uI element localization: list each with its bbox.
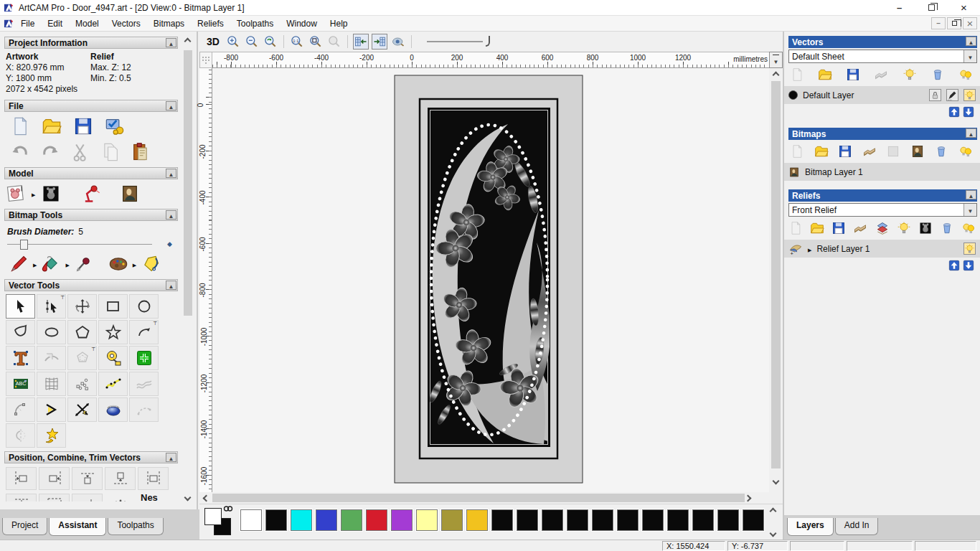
weave-tool[interactable]: [98, 397, 128, 422]
palette-swatch-5[interactable]: [366, 509, 387, 531]
align-left-button[interactable]: [6, 467, 37, 490]
centre-in-page-button[interactable]: [39, 494, 70, 501]
toggle-3d-view-button[interactable]: 3D: [204, 35, 222, 48]
new-vector-layer-icon[interactable]: [790, 67, 804, 82]
open-icon[interactable]: [818, 67, 832, 82]
blank-layer-icon[interactable]: [886, 144, 900, 159]
fit-curve-tool[interactable]: [98, 372, 128, 396]
dashed-curve-tool[interactable]: [129, 397, 159, 422]
palette-scroll-up-icon[interactable]: [769, 508, 776, 515]
bitmaps-header[interactable]: Bitmaps: [788, 128, 977, 140]
view-colour-button[interactable]: [390, 34, 406, 50]
node-edit-tool[interactable]: ⊤: [37, 294, 66, 319]
expand-icon[interactable]: [808, 244, 811, 254]
align-bottom-button[interactable]: [105, 467, 136, 490]
offset-tool[interactable]: ⊤: [67, 346, 97, 370]
text-tool[interactable]: [6, 346, 35, 370]
palette-swatch-9[interactable]: [466, 509, 488, 531]
palette-swatch-7[interactable]: [416, 509, 438, 531]
primary-secondary-colour-selector[interactable]: [204, 508, 237, 537]
collapse-button[interactable]: [166, 453, 176, 462]
layer-visibility-button[interactable]: [963, 89, 976, 101]
snap-right-button[interactable]: [372, 34, 387, 50]
palette-icon[interactable]: [108, 254, 128, 274]
section-model[interactable]: Model: [4, 167, 178, 179]
scroll-right-icon[interactable]: [745, 494, 752, 501]
paint-brush-icon[interactable]: [9, 254, 29, 274]
scroll-down-icon[interactable]: [773, 478, 780, 485]
collapse-button[interactable]: [966, 190, 976, 199]
toggle-visibility-icon[interactable]: [903, 67, 917, 82]
adjust-model-icon[interactable]: [41, 184, 61, 204]
palette-swatch-4[interactable]: [341, 509, 362, 531]
palette-swatch-15[interactable]: [617, 509, 639, 531]
open-icon[interactable]: [814, 144, 829, 159]
vector-layer-row[interactable]: Default Layer: [784, 86, 980, 104]
scroll-left-icon[interactable]: [203, 494, 210, 501]
restore-button[interactable]: [915, 0, 948, 15]
scroll-down-icon[interactable]: [184, 494, 192, 501]
move-layer-down-icon[interactable]: [963, 106, 974, 118]
flyout-arrow-icon[interactable]: [33, 259, 37, 269]
brush-diameter-slider[interactable]: ◆: [7, 240, 172, 250]
section-file[interactable]: File: [4, 100, 178, 112]
collapse-button[interactable]: [166, 281, 176, 290]
stack-layers-icon[interactable]: [875, 221, 890, 235]
scrollbar-thumb[interactable]: [771, 81, 781, 468]
nesting-tool[interactable]: Nes: [138, 492, 158, 501]
vertical-scrollbar[interactable]: [769, 68, 783, 492]
menu-item-bitmaps[interactable]: Bitmaps: [147, 17, 191, 30]
section-position-combine-trim[interactable]: Position, Combine, Trim Vectors: [4, 451, 178, 463]
palette-swatch-0[interactable]: [240, 509, 262, 531]
close-button[interactable]: [948, 0, 980, 15]
merge-layers-icon[interactable]: [853, 221, 867, 235]
greyscale-preview-icon[interactable]: [918, 221, 933, 235]
palette-swatch-3[interactable]: [316, 509, 337, 531]
cut-icon[interactable]: [70, 142, 90, 162]
slider-handle[interactable]: [486, 36, 490, 47]
layer-name[interactable]: Default Layer: [803, 90, 854, 100]
palette-swatch-2[interactable]: [291, 509, 312, 531]
set-model-size-icon[interactable]: [6, 184, 26, 204]
lock-layer-button[interactable]: [929, 89, 941, 101]
scroll-up-icon[interactable]: [184, 38, 192, 45]
bitmap-layer-row[interactable]: Bitmap Layer 1: [784, 163, 980, 181]
text-panel-tool[interactable]: ABC: [6, 372, 35, 396]
bisector-tool[interactable]: [37, 397, 66, 422]
dropdown-button[interactable]: [963, 50, 976, 62]
horizontal-scrollbar[interactable]: [199, 492, 769, 504]
collapse-button[interactable]: [966, 37, 976, 46]
star-tool[interactable]: [98, 320, 128, 344]
flyout-arrow-icon[interactable]: [133, 259, 136, 269]
vectors-header[interactable]: Vectors: [788, 36, 977, 48]
tab-add-in[interactable]: Add In: [835, 518, 879, 535]
align-right-button[interactable]: [39, 467, 70, 490]
open-file-icon[interactable]: [42, 116, 62, 136]
zoom-in-button[interactable]: [225, 34, 241, 50]
save-file-icon[interactable]: [73, 116, 93, 136]
ellipse-tool[interactable]: [37, 320, 66, 344]
redo-icon[interactable]: [40, 142, 60, 162]
paste-icon[interactable]: [131, 142, 151, 162]
flyout-arrow-icon[interactable]: [65, 259, 69, 269]
save-model-check-icon[interactable]: [105, 116, 125, 136]
layer-colour-chip[interactable]: [788, 90, 798, 100]
scrollbar-thumb[interactable]: [212, 494, 745, 502]
bitmap-image-icon[interactable]: [910, 144, 925, 159]
colour-picker-icon[interactable]: [74, 254, 94, 274]
section-vector-tools[interactable]: Vector Tools: [4, 279, 178, 291]
lighting-icon[interactable]: [81, 184, 101, 204]
delete-layer-icon[interactable]: [934, 144, 948, 159]
collapse-button[interactable]: [166, 169, 176, 178]
polygon-tool[interactable]: [67, 320, 97, 344]
new-bitmap-layer-icon[interactable]: [790, 144, 804, 159]
palette-swatch-11[interactable]: [517, 509, 538, 531]
reliefs-header[interactable]: Reliefs: [788, 189, 977, 202]
centre-both-button[interactable]: ⊤: [72, 494, 103, 501]
tab-layers[interactable]: Layers: [787, 518, 834, 536]
show-all-layers-icon[interactable]: [958, 67, 973, 82]
minimize-button[interactable]: [883, 0, 915, 15]
section-bitmap-tools[interactable]: Bitmap Tools: [4, 209, 178, 221]
tab-toolpaths[interactable]: Toolpaths: [108, 518, 163, 535]
arc-tool[interactable]: ⊤: [129, 320, 159, 344]
